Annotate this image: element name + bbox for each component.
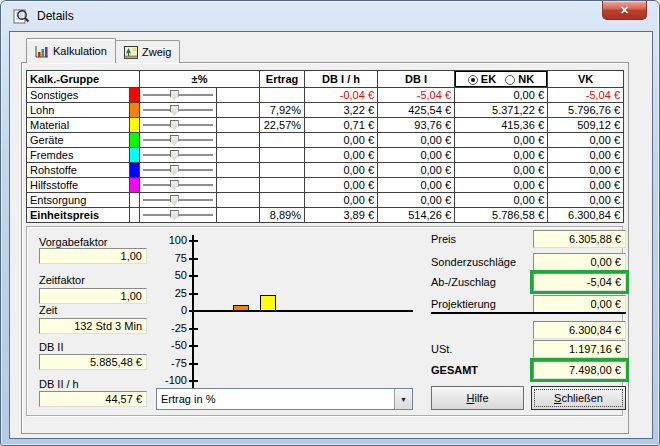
help-button[interactable]: Hilfe [431,386,524,410]
vk-cell: 0,00 € [548,148,624,163]
dbi-cell: 0,00 € [378,193,455,208]
ek-cell: 0,00 € [455,88,548,103]
tab-kalkulation-label: Kalkulation [53,45,107,57]
dbih-cell: 3,22 € [305,103,378,118]
value-field[interactable]: 7.498,00 € [533,361,626,379]
value-field[interactable]: 132 Std 3 Min [39,318,147,334]
y-tick-label: 25 [157,287,187,299]
value-field[interactable]: 0,00 € [533,253,626,271]
dbi-cell: -5,04 € [378,88,455,103]
value-field[interactable]: 5.885,48 € [39,354,147,370]
slider-thumb[interactable] [170,180,179,191]
field-label: DB II / h [39,378,79,390]
vk-cell: 509,12 € [548,118,624,133]
value-field[interactable]: -5,04 € [533,273,626,291]
pct-slider[interactable] [142,90,214,101]
nk-radio[interactable] [505,75,515,85]
schliessen-button[interactable]: Schließen [531,386,626,410]
color-swatch [130,88,140,103]
value-field[interactable]: 0,00 € [533,295,626,313]
y-tick-label: 100 [157,234,187,246]
y-tick-label: -50 [157,339,187,351]
value-field[interactable]: 6.305,88 € [533,230,626,248]
chart-metric-value: Ertrag in % [161,393,215,405]
ek-cell: 5.786,58 € [455,208,548,223]
pct-slider[interactable] [142,195,214,206]
slider-thumb[interactable] [170,90,179,101]
table-row: Sonstiges-0,04 €-5,04 €0,00 €-5,04 € [27,88,624,103]
field-label: DB II [39,341,63,353]
tree-image-icon [124,46,138,59]
title-bar[interactable]: Details × [1,1,659,31]
highlight-box: -5,04 € [530,270,629,294]
slider-thumb[interactable] [170,120,179,131]
slider-thumb[interactable] [170,105,179,116]
ek-cell: 0,00 € [455,148,548,163]
pct-slider-cell [140,163,217,178]
slider-thumb[interactable] [170,195,179,206]
color-swatch [130,163,140,178]
y-tick-mark [189,328,198,330]
dbi-cell: 93,76 € [378,118,455,133]
y-tick-mark [189,275,198,277]
ertrag-cell [260,193,305,208]
y-tick-label: 0 [157,304,187,316]
dbi-cell: 0,00 € [378,133,455,148]
pct-value-cell [217,88,260,103]
summary-panel: Vorgabefaktor1,00Zeitfaktor1,00Zeit132 S… [26,226,623,416]
tab-zweig[interactable]: Zweig [115,40,180,63]
dbi-cell: 0,00 € [378,178,455,193]
value-field[interactable]: 44,57 € [39,391,147,407]
slider-thumb[interactable] [170,210,179,221]
row-label: Fremdes [27,148,130,163]
color-swatch [130,178,140,193]
ertrag-cell [260,133,305,148]
row-label: Entsorgung [27,193,130,208]
col-header-dbi: DB I [378,71,455,88]
close-button[interactable]: × [602,1,647,20]
value-field[interactable]: 1.197,16 € [533,340,626,358]
pct-slider[interactable] [142,210,214,221]
ek-radio[interactable] [468,75,478,85]
color-swatch [130,118,140,133]
dbih-cell: 0,00 € [305,178,378,193]
table-header-row: Kalk.-Gruppe ±% Ertrag DB I / h DB I EK … [27,71,624,88]
pct-slider[interactable] [142,150,214,161]
pct-slider[interactable] [142,180,214,191]
pct-value-cell [217,103,260,118]
pct-slider[interactable] [142,135,214,146]
slider-thumb[interactable] [170,150,179,161]
field-label: Sonderzuschläge [431,256,516,268]
vk-cell: -5,04 € [548,88,624,103]
pct-slider[interactable] [142,120,214,131]
ek-cell: 0,00 € [455,178,548,193]
value-field[interactable]: 1,00 [39,288,147,304]
pct-slider-cell [140,193,217,208]
y-tick-label: 75 [157,252,187,264]
field-label: Ab-/Zuschlag [431,276,496,288]
value-field[interactable]: 1,00 [39,248,147,264]
pct-value-cell [217,163,260,178]
chart-metric-select[interactable]: Ertrag in % ▼ [156,388,413,410]
pct-slider[interactable] [142,105,214,116]
vk-cell: 0,00 € [548,178,624,193]
ertrag-cell: 7,92% [260,103,305,118]
dbih-cell: 0,00 € [305,133,378,148]
pct-value-cell [217,178,260,193]
slider-thumb[interactable] [170,165,179,176]
tab-kalkulation[interactable]: Kalkulation [26,38,116,63]
pct-slider[interactable] [142,165,214,176]
value-field[interactable]: 6.300,84 € [533,321,626,339]
chevron-down-icon[interactable]: ▼ [394,389,412,409]
ek-cell: 0,00 € [455,193,548,208]
ek-radio-label: EK [481,73,496,85]
pct-slider-cell [140,88,217,103]
y-tick-mark [189,258,198,260]
ertrag-cell [260,178,305,193]
ertrag-chart: 1007550250-25-50-75-100 [157,233,421,393]
row-label: Sonstiges [27,88,130,103]
field-label: Vorgabefaktor [39,236,108,248]
slider-thumb[interactable] [170,135,179,146]
table-row: Entsorgung0,00 €0,00 €0,00 €0,00 € [27,193,624,208]
pct-slider-cell [140,148,217,163]
